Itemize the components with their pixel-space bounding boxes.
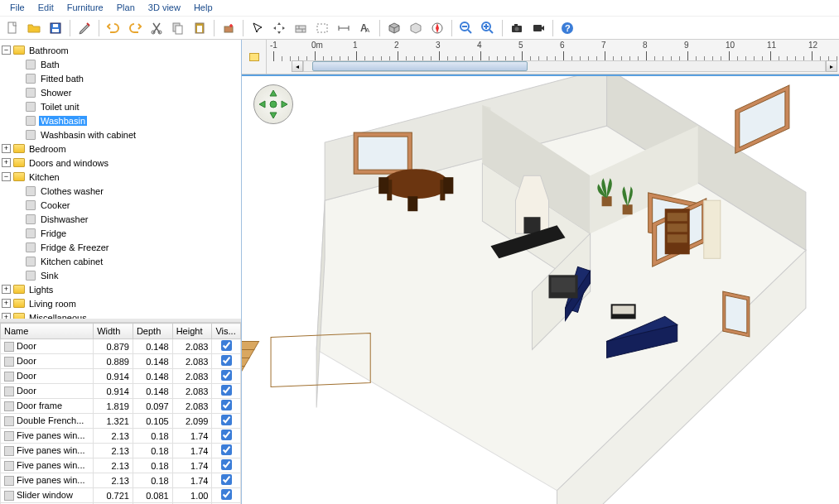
table-row[interactable]: Five panes win...2.130.181.74 bbox=[1, 444, 241, 458]
left-panel: −BathroomBathFitted bathShowerToilet uni… bbox=[0, 40, 242, 504]
table-row[interactable]: Door0.8790.1482.083 bbox=[1, 339, 241, 354]
scroll-right-button[interactable]: ▸ bbox=[826, 60, 837, 72]
menu-plan[interactable]: Plan bbox=[110, 2, 142, 14]
scrollbar-thumb[interactable] bbox=[312, 61, 528, 71]
scroll-left-button[interactable]: ◂ bbox=[292, 60, 303, 72]
tree-item[interactable]: Kitchen cabinet bbox=[13, 254, 239, 268]
tree-category[interactable]: +Doors and windows bbox=[2, 156, 239, 170]
help-button[interactable]: ? bbox=[558, 19, 576, 37]
visible-checkbox[interactable] bbox=[221, 444, 232, 455]
tree-item[interactable]: Dishwasher bbox=[13, 212, 239, 226]
copy-button[interactable] bbox=[169, 19, 187, 37]
collapse-icon[interactable]: − bbox=[2, 46, 11, 55]
expand-icon[interactable]: + bbox=[2, 313, 11, 319]
furniture-item-icon bbox=[24, 256, 37, 267]
expand-icon[interactable]: + bbox=[2, 144, 11, 153]
visible-checkbox[interactable] bbox=[221, 489, 232, 500]
wall-tool[interactable] bbox=[292, 19, 310, 37]
tree-item[interactable]: Clothes washer bbox=[13, 184, 239, 198]
column-header[interactable]: Vis... bbox=[212, 324, 241, 339]
table-row[interactable]: Slider window0.7210.0811.00 bbox=[1, 488, 241, 503]
expand-icon[interactable]: + bbox=[2, 299, 11, 308]
tree-category[interactable]: +Lights bbox=[2, 282, 239, 296]
expand-icon[interactable]: + bbox=[2, 158, 11, 167]
tree-item[interactable]: Sink bbox=[13, 268, 239, 282]
camera-button[interactable] bbox=[508, 19, 526, 37]
tree-item[interactable]: Cooker bbox=[13, 198, 239, 212]
plan-3d-alt-button[interactable] bbox=[407, 19, 425, 37]
visible-checkbox[interactable] bbox=[221, 430, 232, 440]
3d-view[interactable] bbox=[242, 74, 839, 504]
tree-item[interactable]: Fridge & Freezer bbox=[13, 240, 239, 254]
cut-button[interactable] bbox=[147, 19, 166, 37]
menu-edit[interactable]: Edit bbox=[31, 2, 60, 14]
furniture-table[interactable]: NameWidthDepthHeightVis... Door0.8790.14… bbox=[0, 322, 241, 504]
visible-checkbox[interactable] bbox=[221, 385, 232, 396]
tree-category[interactable]: −Bathroom bbox=[2, 43, 239, 57]
pan-tool[interactable] bbox=[270, 19, 288, 37]
zoom-in-button[interactable] bbox=[479, 19, 497, 37]
column-header[interactable]: Name bbox=[1, 324, 94, 339]
column-header[interactable]: Width bbox=[94, 324, 133, 339]
table-row[interactable]: Five panes win...2.130.181.74 bbox=[1, 473, 241, 488]
collapse-icon[interactable]: − bbox=[2, 172, 11, 181]
tree-category[interactable]: +Living room bbox=[2, 296, 239, 310]
catalog-tree[interactable]: −BathroomBathFitted bathShowerToilet uni… bbox=[0, 40, 241, 319]
menu-3dview[interactable]: 3D view bbox=[142, 2, 187, 14]
preferences-button[interactable] bbox=[75, 19, 94, 37]
tree-item[interactable]: Bath bbox=[13, 57, 239, 71]
save-button[interactable] bbox=[46, 19, 65, 37]
tree-item[interactable]: Shower bbox=[13, 85, 239, 99]
svg-rect-69 bbox=[704, 200, 721, 258]
table-row[interactable]: Five panes win...2.130.181.74 bbox=[1, 429, 241, 444]
menu-furniture[interactable]: Furniture bbox=[60, 2, 110, 14]
scrollbar-track[interactable] bbox=[303, 60, 826, 72]
undo-button[interactable] bbox=[104, 19, 123, 37]
visible-checkbox[interactable] bbox=[221, 415, 232, 425]
tree-item[interactable]: Washbasin with cabinet bbox=[13, 127, 239, 142]
view-compass[interactable] bbox=[253, 84, 293, 124]
tree-item[interactable]: Fitted bath bbox=[13, 71, 239, 85]
paste-button[interactable] bbox=[190, 19, 209, 37]
table-row[interactable]: Door frame1.8190.0972.083 bbox=[1, 399, 241, 414]
expand-icon[interactable]: + bbox=[2, 285, 11, 294]
plan-3d-button[interactable] bbox=[385, 19, 403, 37]
tree-category[interactable]: +Bedroom bbox=[2, 142, 239, 156]
room-tool[interactable] bbox=[313, 19, 331, 37]
text-tool[interactable]: AA bbox=[356, 19, 374, 37]
menu-help[interactable]: Help bbox=[187, 2, 219, 14]
zoom-out-button[interactable] bbox=[457, 19, 475, 37]
open-button[interactable] bbox=[25, 19, 43, 37]
visible-checkbox[interactable] bbox=[221, 474, 232, 485]
visible-checkbox[interactable] bbox=[221, 459, 232, 470]
tree-category[interactable]: +Miscellaneous bbox=[2, 310, 239, 319]
select-tool[interactable] bbox=[248, 19, 267, 37]
tree-category[interactable]: −Kitchen bbox=[2, 170, 239, 184]
table-row[interactable]: Door0.9140.1482.083 bbox=[1, 369, 241, 384]
tree-item-label: Toilet unit bbox=[39, 102, 80, 112]
visible-checkbox[interactable] bbox=[221, 355, 232, 366]
new-button[interactable] bbox=[3, 19, 22, 37]
dimension-tool[interactable] bbox=[335, 19, 353, 37]
visible-checkbox[interactable] bbox=[221, 340, 232, 351]
table-row[interactable]: Double French...1.3210.1052.099 bbox=[1, 414, 241, 429]
origin-flag-icon bbox=[249, 53, 259, 61]
horizontal-ruler[interactable]: -10m123456789101112 ◂ ▸ bbox=[267, 40, 839, 74]
cell-name: Five panes win... bbox=[1, 458, 94, 473]
column-header[interactable]: Height bbox=[172, 324, 212, 339]
table-row[interactable]: Five panes win...2.130.181.74 bbox=[1, 458, 241, 473]
visible-checkbox[interactable] bbox=[221, 400, 232, 410]
redo-button[interactable] bbox=[126, 19, 144, 37]
add-furniture-button[interactable] bbox=[219, 19, 238, 37]
svg-rect-59 bbox=[602, 196, 612, 206]
menu-file[interactable]: File bbox=[3, 2, 31, 14]
table-row[interactable]: Door0.8890.1482.083 bbox=[1, 354, 241, 369]
tree-item[interactable]: Toilet unit bbox=[13, 99, 239, 113]
video-button[interactable] bbox=[529, 19, 547, 37]
column-header[interactable]: Depth bbox=[133, 324, 172, 339]
tree-item[interactable]: Fridge bbox=[13, 226, 239, 240]
visible-checkbox[interactable] bbox=[221, 370, 232, 381]
table-row[interactable]: Door0.9140.1482.083 bbox=[1, 384, 241, 399]
tree-item[interactable]: Washbasin bbox=[13, 113, 239, 127]
compass-button[interactable] bbox=[428, 19, 446, 37]
